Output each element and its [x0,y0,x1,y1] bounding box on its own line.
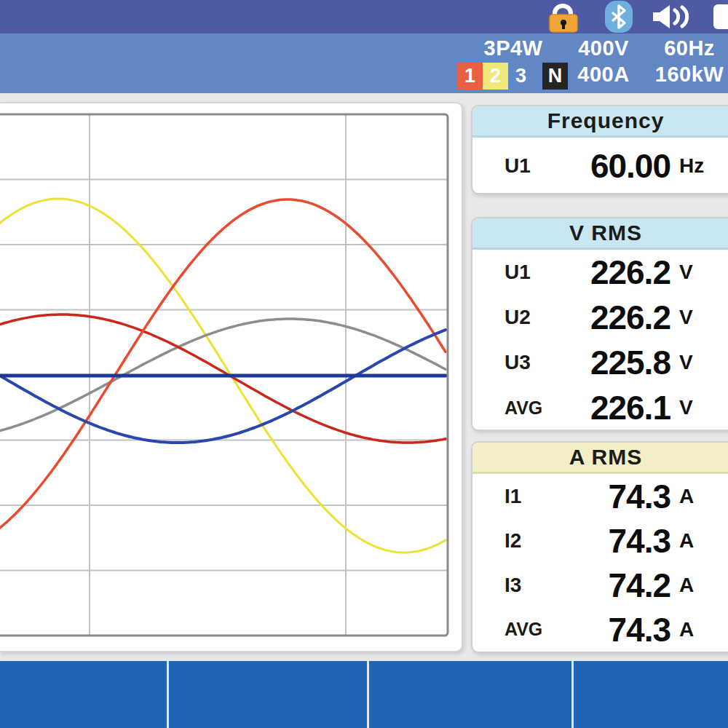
softkey-divider [571,661,574,728]
phase-badge-2: 2 [483,63,508,90]
wave-voltage-red [0,199,446,538]
measurement-value: 226.2 [567,298,670,337]
measurement-value: 74.3 [567,610,670,649]
measurement-value: 74.2 [567,566,670,605]
frequency-panel: Frequency U1 60.00 Hz [471,105,728,194]
battery-icon-partial [712,4,728,29]
arms-row-i3: I3 74.2 A [472,563,728,607]
status-icons [539,0,728,33]
wave-current-blue [0,330,446,443]
measurement-value: 226.2 [567,253,670,292]
channel-label: I1 [505,485,567,508]
arms-row-avg: AVG 74.3 A [472,607,728,652]
softkey-bar [0,661,728,728]
arms-panel-title: A RMS [472,443,728,474]
measurement-unit: V [679,396,720,419]
channel-label: U3 [505,351,567,374]
phase-badges: 1 2 3 N [457,63,568,90]
measurement-unit: V [679,351,720,374]
softkey-2[interactable] [169,661,367,728]
channel-label: I3 [505,574,567,597]
vrms-row-u2: U2 226.2 V [472,295,728,340]
vrms-panel-title: V RMS [472,218,728,250]
frequency-setting: 60Hz [642,36,728,60]
frequency-row-u1: U1 60.00 Hz [472,138,728,194]
measurement-unit: Hz [679,154,720,178]
vrms-row-u3: U3 225.8 V [472,340,728,385]
measurement-value: 226.1 [567,388,670,427]
channel-label: I2 [505,529,567,553]
softkey-divider [367,661,369,728]
vrms-row-avg: AVG 226.1 V [472,385,728,430]
softkey-4[interactable] [574,661,728,728]
measurement-unit: V [679,261,720,284]
waveform-chart-card [0,102,463,652]
power-range: 160kW [642,63,728,87]
channel-label: AVG [505,397,567,419]
voltage-range: 400V [561,36,646,60]
wiring-mode: 3P4W [457,36,569,60]
phase-badge-n: N [542,63,568,90]
channel-label: AVG [505,619,567,640]
phase-badge-1: 1 [457,63,483,90]
measurement-value: 74.3 [567,477,670,516]
vrms-row-u1: U1 226.2 V [472,250,728,295]
top-status-bar [0,0,728,33]
measurement-value: 225.8 [567,343,670,382]
measurement-unit: A [679,529,720,553]
measurement-value: 60.00 [567,146,670,186]
lock-icon [545,3,582,33]
measurement-unit: A [679,574,720,597]
bluetooth-icon [604,0,633,33]
channel-label: U1 [505,261,567,284]
channel-label: U2 [505,306,567,329]
volume-icon [652,4,697,29]
wave-current-darkred [0,314,446,443]
arms-row-i1: I1 74.3 A [472,474,728,518]
softkey-divider [167,661,169,728]
measurement-unit: V [679,306,720,329]
arms-row-i2: I2 74.3 A [472,518,728,563]
phase-badge-3: 3 [508,63,534,90]
measurement-unit: A [679,485,720,508]
frequency-panel-title: Frequency [472,106,728,138]
current-range: 400A [561,63,646,87]
settings-bar: 3P4W 400V 60Hz 400A 160kW [0,33,728,93]
measurement-value: 74.3 [567,521,670,561]
waveform-svg [0,103,463,651]
arms-panel: A RMS I1 74.3 A I2 74.3 A I3 74.2 A AVG … [471,441,728,653]
channel-label: U1 [505,154,567,178]
measurement-unit: A [679,618,720,641]
softkey-3[interactable] [369,661,571,728]
softkey-1[interactable] [0,661,167,728]
vrms-panel: V RMS U1 226.2 V U2 226.2 V U3 225.8 V A… [471,217,728,431]
